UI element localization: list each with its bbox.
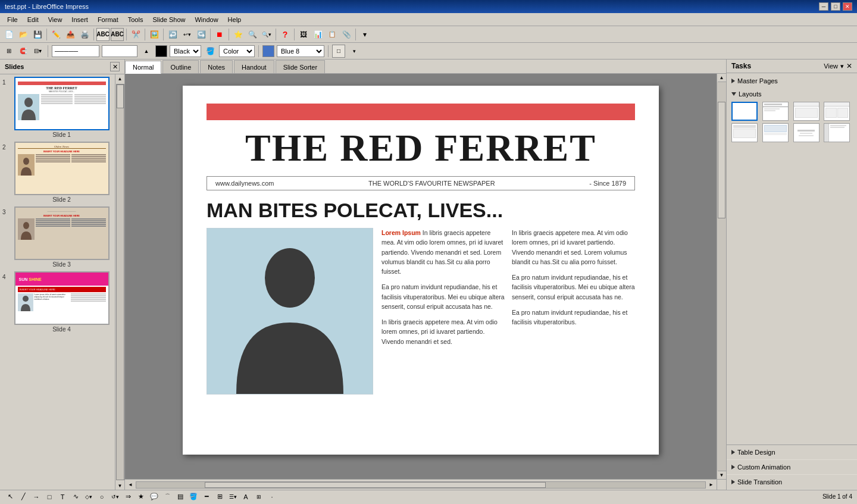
- hscroll-left[interactable]: ◄: [126, 481, 135, 489]
- tb-open[interactable]: 📂: [17, 28, 30, 41]
- snap-btn[interactable]: ⊞: [2, 45, 15, 58]
- menu-file[interactable]: File: [2, 15, 23, 24]
- tb-undo2[interactable]: ↩▾: [180, 28, 193, 41]
- menu-edit[interactable]: Edit: [23, 15, 43, 24]
- tb-spell[interactable]: ABC: [96, 28, 110, 41]
- status-ellipse-tool[interactable]: ○: [96, 492, 107, 502]
- color-picker-btn[interactable]: 🪣: [204, 45, 217, 58]
- layout-blank[interactable]: [731, 102, 758, 121]
- scroll-thumb[interactable]: [117, 84, 124, 108]
- status-curve-tool[interactable]: ∿: [70, 492, 81, 502]
- vscroll-down[interactable]: ▼: [718, 471, 726, 479]
- minimize-button[interactable]: ─: [819, 2, 828, 11]
- layout-vertical-title[interactable]: [824, 123, 850, 142]
- maximize-button[interactable]: □: [831, 2, 840, 11]
- layouts-header[interactable]: Layouts: [729, 89, 855, 99]
- status-align-tool[interactable]: ☰▾: [227, 492, 238, 502]
- scroll-down-btn[interactable]: ▼: [116, 481, 124, 490]
- tb-print[interactable]: 🖨️: [78, 28, 91, 41]
- snap-btn2[interactable]: 🧲: [17, 45, 30, 58]
- status-line-style[interactable]: ━: [201, 492, 212, 502]
- color-type-select[interactable]: Color: [219, 45, 255, 57]
- shadow-btn[interactable]: □: [332, 45, 345, 58]
- line-style-input[interactable]: [52, 45, 99, 57]
- scroll-up-btn[interactable]: ▲: [116, 74, 124, 83]
- tb-help[interactable]: ?: [279, 28, 292, 41]
- status-connector-tool[interactable]: ⌒: [162, 492, 173, 502]
- tb-redo[interactable]: ↪️: [195, 28, 208, 41]
- layout-content[interactable]: [793, 102, 820, 121]
- color-name-select[interactable]: Black: [170, 45, 201, 57]
- status-fontwork[interactable]: A: [240, 492, 251, 502]
- menu-format[interactable]: Format: [93, 15, 123, 24]
- status-flow-tool[interactable]: ↺▾: [110, 492, 120, 502]
- status-star-tool[interactable]: ★: [136, 492, 146, 502]
- layout-title-body[interactable]: [731, 123, 758, 142]
- status-line-tool[interactable]: ╱: [18, 492, 29, 502]
- layout-two-col[interactable]: [824, 102, 850, 121]
- tb-img2[interactable]: 📊: [311, 28, 324, 41]
- tb-search[interactable]: 🔍: [246, 28, 259, 41]
- status-insert-table[interactable]: ⊞: [254, 492, 264, 502]
- status-fill-tool[interactable]: 🪣: [188, 492, 199, 502]
- tb-search2[interactable]: 🔍▾: [260, 28, 273, 41]
- tab-outline[interactable]: Outline: [162, 60, 199, 73]
- tb-save[interactable]: 💾: [31, 28, 44, 41]
- slides-scrollbar[interactable]: ▲ ▼: [115, 74, 124, 490]
- tb-star[interactable]: ⭐: [232, 28, 245, 41]
- status-callout-tool[interactable]: 💬: [149, 492, 159, 502]
- tb-cut[interactable]: ✂️: [129, 28, 142, 41]
- color-scheme-select[interactable]: Blue 8: [277, 45, 324, 57]
- tb-img1[interactable]: 🖼: [297, 28, 310, 41]
- custom-animation-item[interactable]: Custom Animation: [727, 460, 857, 475]
- status-arrow2-tool[interactable]: →: [31, 492, 42, 502]
- menu-tools[interactable]: Tools: [123, 15, 148, 24]
- slide-thumb-1[interactable]: THE RED FERRET MAN BITES POLECAT, LIVES.…: [14, 77, 110, 130]
- tb-undo[interactable]: ↩️: [166, 28, 179, 41]
- tab-handout[interactable]: Handout: [234, 60, 274, 73]
- table-design-item[interactable]: Table Design: [727, 445, 857, 460]
- slide-thumb-2[interactable]: Olden Times INSERT YOUR HEADLINE HERE: [14, 142, 110, 195]
- menu-insert[interactable]: Insert: [67, 15, 93, 24]
- hscroll-right[interactable]: ►: [707, 481, 715, 489]
- vscroll-thumb[interactable]: [718, 102, 725, 218]
- measurement-input[interactable]: 0.00cm: [102, 45, 137, 57]
- tb-edit[interactable]: ✏️: [49, 28, 62, 41]
- slides-panel-close[interactable]: ✕: [110, 62, 120, 71]
- tab-slide-sorter[interactable]: Slide Sorter: [276, 60, 325, 73]
- tb-new[interactable]: 📄: [2, 28, 15, 41]
- tb-spell2[interactable]: ABC: [111, 28, 124, 41]
- status-shadow-tool[interactable]: ▤: [175, 492, 186, 502]
- menu-help[interactable]: Help: [223, 15, 246, 24]
- master-pages-header[interactable]: Master Pages: [729, 76, 855, 86]
- slides-list[interactable]: 1 THE RED FERRET MAN BITES POLECAT, LIVE…: [0, 74, 115, 490]
- vscroll-up[interactable]: ▲: [718, 74, 726, 82]
- tb-more[interactable]: ▾: [358, 28, 371, 41]
- status-basic-shapes[interactable]: ⊞: [214, 492, 225, 502]
- measurement-up[interactable]: ▲: [140, 45, 153, 58]
- tb-img3[interactable]: 📋: [326, 28, 339, 41]
- snap-btn3[interactable]: ⊟▾: [31, 45, 44, 58]
- tab-notes[interactable]: Notes: [200, 60, 233, 73]
- status-block-arrow[interactable]: ⇒: [123, 492, 133, 502]
- slide-transition-item[interactable]: Slide Transition: [727, 475, 857, 490]
- layout-title-top[interactable]: [762, 102, 789, 121]
- status-text-tool[interactable]: T: [57, 492, 68, 502]
- close-button[interactable]: ✕: [843, 2, 852, 11]
- status-points[interactable]: ·: [267, 492, 277, 502]
- layout-centered-text[interactable]: [793, 123, 820, 142]
- tb-stop[interactable]: ⏹: [213, 28, 226, 41]
- layout-img-caption[interactable]: [762, 123, 789, 142]
- menu-window[interactable]: Window: [190, 15, 223, 24]
- shadow-dropdown[interactable]: ▾: [348, 45, 361, 58]
- slide-thumb-3[interactable]: ───────────────── INSERT YOUR HEADLINE H…: [14, 206, 110, 260]
- hscroll-thumb[interactable]: [205, 482, 546, 488]
- tb-insert-img[interactable]: 🖼️: [148, 28, 161, 41]
- tb-export[interactable]: 📤: [64, 28, 77, 41]
- tb-img4[interactable]: 📎: [340, 28, 353, 41]
- tasks-close-btn[interactable]: ✕: [846, 62, 852, 70]
- slide-thumb-4[interactable]: SUN SHINE INSERT YOUR HEADLINE HERE: [14, 271, 110, 325]
- tab-normal[interactable]: Normal: [125, 61, 161, 74]
- menu-view[interactable]: View: [43, 15, 67, 24]
- status-shapes-tool[interactable]: ◇▾: [83, 492, 94, 502]
